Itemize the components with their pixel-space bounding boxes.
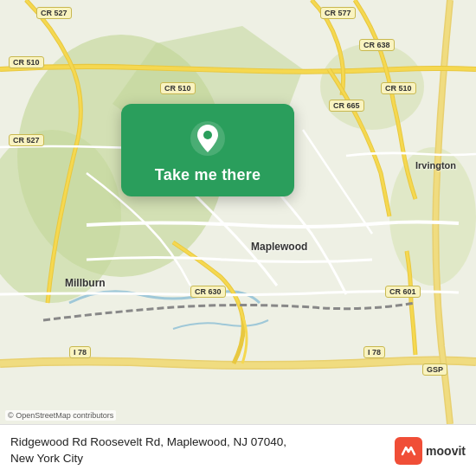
road-label-cr601: CR 601	[385, 286, 421, 298]
map-container: CR 527 CR 577 CR 638 CR 510 CR 510 CR 51…	[0, 0, 476, 424]
road-label-i78-right: I 78	[363, 346, 385, 358]
road-label-gsp: GSP	[422, 363, 447, 376]
city-label-irvington: Irvington	[415, 160, 456, 170]
road-label-cr510-right: CR 510	[381, 82, 416, 94]
city-label-maplewood: Maplewood	[251, 241, 307, 253]
road-label-cr638: CR 638	[359, 39, 395, 51]
take-me-there-button[interactable]: Take me there	[121, 104, 294, 196]
road-label-cr510-left: CR 510	[9, 56, 44, 68]
road-label-cr630: CR 630	[190, 286, 226, 298]
city-label-millburn: Millburn	[65, 277, 106, 289]
road-label-cr527-top: CR 527	[36, 7, 72, 19]
moovit-text: moovit	[426, 444, 466, 458]
info-bar: Ridgewood Rd Roosevelt Rd, Maplewood, NJ…	[0, 424, 476, 476]
road-label-cr527-mid: CR 527	[9, 134, 44, 146]
location-pin-icon	[189, 119, 227, 158]
moovit-logo[interactable]: moovit	[395, 437, 466, 465]
moovit-icon	[395, 437, 422, 465]
address-text: Ridgewood Rd Roosevelt Rd, Maplewood, NJ…	[10, 434, 388, 466]
road-label-cr665: CR 665	[329, 100, 364, 112]
road-label-cr510-mid: CR 510	[160, 82, 196, 94]
map-svg	[0, 0, 476, 424]
take-me-there-label: Take me there	[155, 166, 261, 184]
svg-point-7	[203, 131, 212, 139]
osm-attribution: © OpenStreetMap contributors	[5, 410, 116, 421]
road-label-cr577: CR 577	[320, 7, 356, 19]
road-label-i78-left: I 78	[69, 346, 91, 358]
